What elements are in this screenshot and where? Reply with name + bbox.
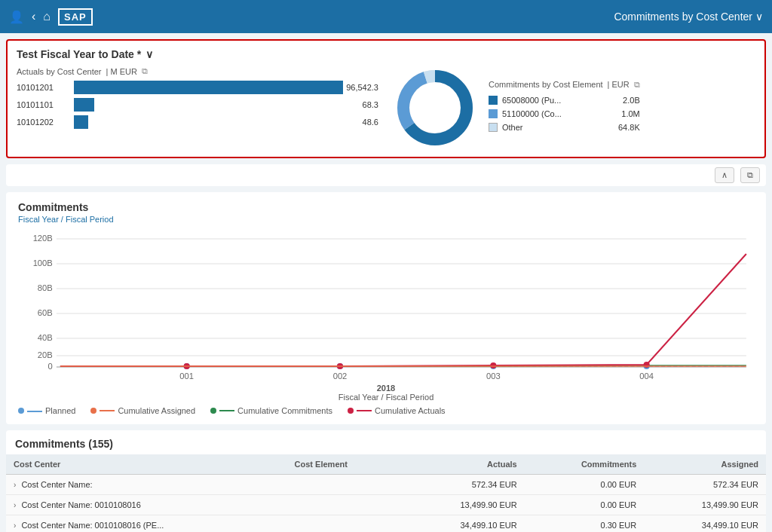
expand-icon-1[interactable]: › — [14, 501, 16, 509]
row2-cost-element — [287, 515, 403, 533]
commitments-line — [219, 410, 234, 411]
chart-title: Commitments — [18, 201, 754, 213]
svg-text:40B: 40B — [38, 333, 53, 342]
legend-item-2: Other 64.8K — [489, 123, 640, 132]
bar-row-0: 10101201 96,542.3 — [17, 81, 378, 94]
back-icon[interactable]: ‹ — [32, 10, 35, 23]
row0-assigned: 572.34 EUR — [644, 475, 766, 495]
bar-label-0: 10101201 — [17, 83, 69, 92]
col-actuals: Actuals — [403, 454, 525, 475]
app-header: 👤 ‹ ⌂ SAP Commitments by Cost Center ∨ — [0, 0, 772, 33]
svg-text:20B: 20B — [38, 350, 53, 359]
row2-cost-center: › Cost Center Name: 0010108016 (PE... — [6, 515, 287, 533]
svg-text:004: 004 — [639, 371, 654, 381]
row2-actuals: 34,499.10 EUR — [403, 515, 525, 533]
col-assigned: Assigned — [644, 454, 766, 475]
commitments-table: Cost Center Cost Element Actuals Commitm… — [6, 454, 766, 532]
sap-logo: SAP — [58, 8, 93, 26]
actuals-label-text: Actuals by Cost Center — [17, 67, 102, 76]
chart-legend: Planned Cumulative Assigned Cumulative C… — [18, 406, 754, 415]
bar-value-0: 96,542.3 — [346, 83, 378, 92]
table-section: Commitments (155) Cost Center Cost Eleme… — [6, 430, 766, 532]
legend-color-1 — [489, 109, 498, 118]
row1-actuals: 13,499.90 EUR — [403, 495, 525, 515]
col-cost-element: Cost Element — [287, 454, 403, 475]
pin-button[interactable]: ⧉ — [740, 167, 760, 183]
table-row[interactable]: › Cost Center Name: 0010108016 13,499.90… — [6, 495, 766, 515]
commitments-section-label: Commitments by Cost Element | EUR ⧉ — [489, 80, 640, 90]
legend-item-0: 65008000 (Pu... 2.0B — [489, 96, 640, 105]
main-content: Test Fiscal Year to Date * ∨ Actuals by … — [0, 33, 772, 532]
collapse-button[interactable]: ∧ — [715, 167, 734, 183]
col-commitments: Commitments — [525, 454, 645, 475]
actuals-copy-icon[interactable]: ⧉ — [142, 66, 148, 76]
row0-name: Cost Center Name: — [21, 480, 92, 489]
page-title-dropdown[interactable]: ∨ — [755, 11, 763, 23]
row1-cost-center: › Cost Center Name: 0010108016 — [6, 495, 287, 515]
svg-point-29 — [490, 362, 496, 368]
chart-subtitle: Fiscal Year / Fiscal Period — [18, 215, 754, 224]
legend-assigned-label: Cumulative Assigned — [118, 406, 195, 415]
legend-value-2: 64.8K — [618, 123, 640, 132]
row0-commitments: 0.00 EUR — [525, 475, 645, 495]
commitments-unit: | EUR — [608, 80, 630, 89]
table-title: Commitments (155) — [6, 430, 766, 454]
row2-assigned: 34,499.10 EUR — [644, 515, 766, 533]
svg-text:100B: 100B — [33, 258, 53, 268]
bar-label-1: 10101101 — [17, 100, 69, 109]
chart-section: Commitments Fiscal Year / Fiscal Period … — [6, 192, 766, 424]
legend-actuals-label: Cumulative Actuals — [375, 406, 446, 415]
actuals-label: Actuals by Cost Center | M EUR ⧉ — [17, 66, 378, 76]
x-axis-title: 2018 Fiscal Year / Fiscal Period — [18, 384, 754, 402]
legend-value-1: 1.0M — [621, 109, 639, 118]
row0-cost-center: › Cost Center Name: — [6, 475, 287, 495]
actuals-unit: | M EUR — [106, 67, 137, 76]
expand-icon-0[interactable]: › — [14, 481, 16, 489]
kpi-card: Test Fiscal Year to Date * ∨ Actuals by … — [6, 39, 766, 158]
row0-cost-element — [287, 475, 403, 495]
legend-item-1: 51100000 (Co... 1.0M — [489, 109, 640, 118]
svg-text:001: 001 — [179, 371, 194, 381]
page-title: Commitments by Cost Center ∨ — [614, 11, 763, 23]
legend-label-1: 51100000 (Co... — [502, 109, 617, 118]
legend-commitments-label: Cumulative Commitments — [237, 406, 332, 415]
table-header-row: Cost Center Cost Element Actuals Commitm… — [6, 454, 766, 475]
bar-row-2: 10101202 48.6 — [17, 115, 378, 129]
actuals-line — [357, 410, 372, 411]
legend-assigned: Cumulative Assigned — [90, 406, 195, 415]
actuals-dot — [348, 408, 354, 414]
donut-chart — [394, 66, 476, 149]
donut-legend: Commitments by Cost Element | EUR ⧉ 6500… — [489, 80, 640, 136]
page-title-text: Commitments by Cost Center — [614, 11, 752, 23]
user-icon[interactable]: 👤 — [9, 10, 24, 24]
row2-commitments: 0.30 EUR — [525, 515, 645, 533]
bar-value-2: 48.6 — [363, 118, 378, 127]
line-chart: 120B 100B 80B 60B 40B 20B 0 001 002 003 … — [18, 231, 754, 382]
row2-name: Cost Center Name: 0010108016 (PE... — [21, 521, 164, 530]
actuals-section: Actuals by Cost Center | M EUR ⧉ 1010120… — [17, 66, 378, 133]
svg-text:120B: 120B — [33, 234, 53, 243]
svg-text:0: 0 — [48, 362, 53, 371]
svg-text:60B: 60B — [38, 308, 53, 317]
row1-commitments: 0.00 EUR — [525, 495, 645, 515]
svg-text:002: 002 — [333, 371, 348, 381]
kpi-title-dropdown[interactable]: ∨ — [146, 48, 153, 60]
commitments-copy-icon[interactable]: ⧉ — [634, 80, 640, 90]
planned-dot — [18, 408, 24, 414]
legend-planned-label: Planned — [45, 406, 75, 415]
table-row[interactable]: › Cost Center Name: 0010108016 (PE... 34… — [6, 515, 766, 533]
legend-label-0: 65008000 (Pu... — [502, 96, 618, 105]
planned-line — [27, 411, 42, 412]
svg-text:80B: 80B — [38, 283, 53, 292]
kpi-title: Test Fiscal Year to Date * ∨ — [17, 48, 755, 60]
legend-commitments: Cumulative Commitments — [210, 406, 332, 415]
expand-icon-2[interactable]: › — [14, 521, 16, 530]
kpi-content: Actuals by Cost Center | M EUR ⧉ 1010120… — [17, 66, 755, 149]
table-row[interactable]: › Cost Center Name: 572.34 EUR 0.00 EUR … — [6, 475, 766, 495]
toolbar-row: ∧ ⧉ — [6, 164, 766, 186]
home-icon[interactable]: ⌂ — [43, 10, 51, 23]
svg-point-30 — [644, 362, 650, 368]
legend-color-0 — [489, 96, 498, 105]
header-nav: 👤 ‹ ⌂ SAP — [9, 8, 93, 26]
legend-planned: Planned — [18, 406, 75, 415]
